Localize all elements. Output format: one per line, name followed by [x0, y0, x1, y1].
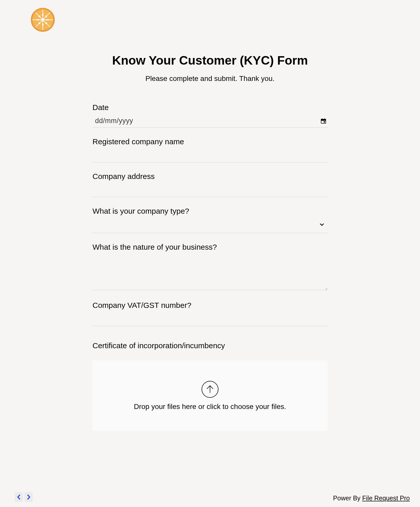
- date-label: Date: [92, 103, 328, 112]
- nav-arrows: [15, 492, 33, 502]
- kyc-form: Know Your Customer (KYC) Form Please com…: [87, 53, 333, 431]
- chevron-right-icon: [26, 494, 31, 500]
- date-input[interactable]: dd/mm/yyyy: [92, 115, 328, 128]
- upload-arrow-icon: [201, 381, 219, 398]
- footer-link[interactable]: File Request Pro: [362, 494, 410, 502]
- company-type-value: [94, 221, 319, 228]
- chevron-down-icon: [319, 222, 324, 226]
- svg-point-8: [37, 19, 39, 21]
- nav-prev-button[interactable]: [15, 492, 23, 502]
- footer-prefix: Power By: [333, 494, 362, 502]
- svg-point-7: [42, 23, 44, 26]
- footer-attribution: Power By File Request Pro: [333, 494, 410, 502]
- svg-point-14: [41, 18, 44, 21]
- chevron-left-icon: [16, 494, 21, 500]
- business-nature-label: What is the nature of your business?: [92, 243, 328, 251]
- vat-number-input[interactable]: [92, 313, 328, 326]
- company-address-label: Company address: [92, 172, 328, 181]
- page-title: Know Your Customer (KYC) Form: [92, 53, 328, 67]
- company-type-label: What is your company type?: [92, 207, 328, 215]
- vat-number-label: Company VAT/GST number?: [92, 301, 328, 310]
- company-name-label: Registered company name: [92, 137, 328, 146]
- calendar-icon: [320, 118, 326, 124]
- svg-point-9: [46, 19, 49, 21]
- file-upload-zone[interactable]: Drop your files here or click to choose …: [92, 360, 328, 431]
- business-nature-textarea[interactable]: [92, 255, 328, 290]
- nav-next-button[interactable]: [25, 492, 33, 502]
- page-subtitle: Please complete and submit. Thank you.: [92, 75, 328, 83]
- svg-point-6: [42, 14, 44, 16]
- company-name-input[interactable]: [92, 149, 328, 162]
- logo-container: [0, 8, 420, 33]
- date-placeholder: dd/mm/yyyy: [95, 117, 320, 125]
- company-address-input[interactable]: [92, 184, 328, 197]
- orange-logo-icon: [31, 8, 55, 32]
- company-type-select[interactable]: [92, 219, 328, 233]
- upload-text: Drop your files here or click to choose …: [103, 403, 317, 411]
- svg-rect-19: [324, 121, 325, 123]
- svg-rect-16: [321, 119, 326, 120]
- certificate-label: Certificate of incorporation/incumbency: [92, 341, 328, 350]
